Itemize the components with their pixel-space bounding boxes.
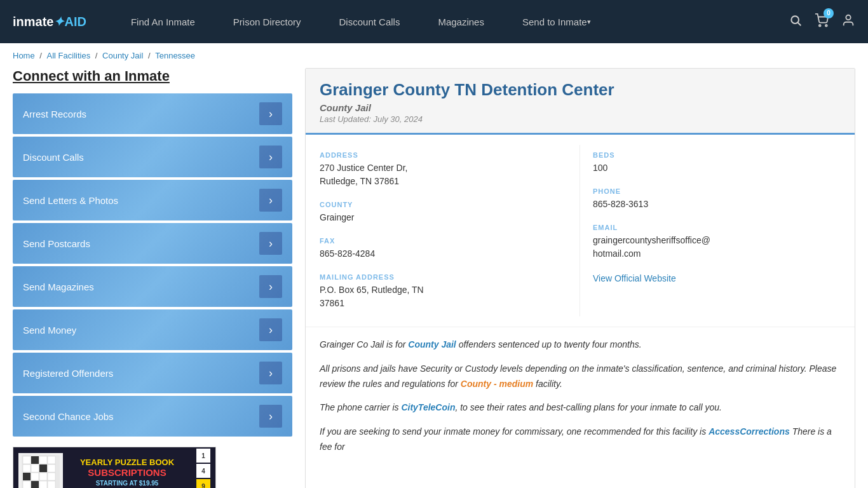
ad-right-numbers: 1 4 9 5 bbox=[196, 449, 210, 488]
arrow-icon: › bbox=[259, 232, 282, 255]
address-value: 270 Justice Center Dr,Rutledge, TN 37861 bbox=[320, 161, 573, 188]
sidebar-item-discount-calls[interactable]: Discount Calls › bbox=[13, 137, 292, 177]
user-icon[interactable] bbox=[841, 13, 855, 30]
svg-point-4 bbox=[846, 15, 850, 19]
svg-rect-10 bbox=[23, 464, 31, 472]
cart-badge: 0 bbox=[824, 8, 834, 18]
breadcrumb: Home / All Facilities / County Jail / Te… bbox=[0, 43, 868, 68]
desc-paragraph-4: If you are seeking to send your inmate m… bbox=[320, 424, 841, 455]
county-jail-link[interactable]: County Jail bbox=[408, 339, 456, 349]
svg-rect-11 bbox=[31, 464, 39, 472]
email-block: EMAIL graingercountysheriffsoffice@hotma… bbox=[593, 217, 841, 267]
arrow-icon: › bbox=[259, 362, 282, 384]
arrow-icon: › bbox=[259, 318, 282, 341]
sidebar-item-send-postcards[interactable]: Send Postcards › bbox=[13, 223, 292, 264]
phone-block: PHONE 865-828-3613 bbox=[593, 181, 841, 217]
arrow-icon: › bbox=[259, 405, 282, 428]
arrow-icon: › bbox=[259, 146, 282, 168]
cart-icon[interactable]: 0 bbox=[815, 13, 829, 30]
facility-title: Grainger County TN Detention Center bbox=[320, 80, 841, 100]
svg-rect-7 bbox=[31, 456, 39, 464]
phone-value: 865-828-3613 bbox=[593, 198, 834, 211]
sidebar-item-send-money[interactable]: Send Money › bbox=[13, 309, 292, 350]
address-block: ADDRESS 270 Justice Center Dr,Rutledge, … bbox=[320, 145, 580, 194]
svg-rect-6 bbox=[23, 456, 31, 464]
sidebar: Connect with an Inmate Arrest Records › … bbox=[13, 68, 292, 488]
ad-subtitle: STARTING AT $19.95 bbox=[63, 480, 191, 487]
county-block: COUNTY Grainger bbox=[320, 194, 580, 231]
svg-point-0 bbox=[791, 16, 799, 24]
facility-updated: Last Updated: July 30, 2024 bbox=[320, 114, 841, 124]
county-value: Grainger bbox=[320, 211, 573, 224]
sidebar-title: Connect with an Inmate bbox=[13, 68, 292, 85]
nav-find-inmate[interactable]: Find An Inmate bbox=[112, 0, 214, 43]
svg-rect-14 bbox=[23, 473, 31, 480]
breadcrumb-county-jail[interactable]: County Jail bbox=[102, 51, 143, 60]
puzzle-icon: 4 bbox=[18, 453, 63, 488]
svg-line-1 bbox=[798, 22, 801, 25]
sidebar-item-send-letters[interactable]: Send Letters & Photos › bbox=[13, 180, 292, 220]
sidebar-item-second-chance-jobs[interactable]: Second Chance Jobs › bbox=[13, 396, 292, 437]
svg-rect-17 bbox=[48, 473, 55, 480]
mailing-block: MAILING ADDRESS P.O. Box 65, Rutledge, T… bbox=[320, 267, 580, 316]
main-layout: Connect with an Inmate Arrest Records › … bbox=[0, 68, 868, 488]
arrow-icon: › bbox=[259, 275, 282, 298]
nav-discount-calls[interactable]: Discount Calls bbox=[320, 0, 419, 43]
sidebar-item-registered-offenders[interactable]: Registered Offenders › bbox=[13, 353, 292, 393]
breadcrumb-home[interactable]: Home bbox=[13, 51, 35, 60]
breadcrumb-all-facilities[interactable]: All Facilities bbox=[47, 51, 91, 60]
mailing-value: P.O. Box 65, Rutledge, TN37861 bbox=[320, 283, 573, 310]
fax-value: 865-828-4284 bbox=[320, 247, 573, 261]
svg-rect-16 bbox=[39, 473, 47, 480]
website-block: View Official Website bbox=[593, 267, 841, 290]
fax-block: FAX 865-828-4284 bbox=[320, 231, 580, 267]
header: inmate✦AID Find An Inmate Prison Directo… bbox=[0, 0, 868, 43]
beds-block: BEDS 100 bbox=[593, 145, 841, 181]
desc-paragraph-2: All prisons and jails have Security or C… bbox=[320, 362, 841, 392]
svg-rect-20 bbox=[39, 481, 47, 489]
svg-rect-18 bbox=[23, 481, 31, 489]
svg-rect-8 bbox=[39, 456, 47, 464]
svg-rect-12 bbox=[39, 464, 47, 472]
nav-magazines[interactable]: Magazines bbox=[419, 0, 503, 43]
county-medium-link[interactable]: County - medium bbox=[461, 379, 533, 389]
citytelecoin-link[interactable]: CityTeleCoin bbox=[401, 402, 455, 412]
breadcrumb-tennessee[interactable]: Tennessee bbox=[155, 51, 195, 60]
svg-rect-13 bbox=[48, 464, 55, 472]
search-icon[interactable] bbox=[789, 14, 802, 30]
ad-banner[interactable]: 4 YEARLY PUZZLE BOOK SUBSCRIPTIONS START… bbox=[13, 447, 216, 488]
header-icons: 0 bbox=[789, 13, 855, 30]
svg-rect-21 bbox=[48, 481, 55, 489]
beds-value: 100 bbox=[593, 161, 834, 175]
nav-prison-directory[interactable]: Prison Directory bbox=[214, 0, 320, 43]
facility-header: Grainger County TN Detention Center Coun… bbox=[306, 69, 855, 135]
main-nav: Find An Inmate Prison Directory Discount… bbox=[112, 0, 789, 43]
content-area: Grainger County TN Detention Center Coun… bbox=[305, 68, 855, 488]
arrow-icon: › bbox=[259, 189, 282, 212]
svg-rect-15 bbox=[31, 473, 39, 480]
logo[interactable]: inmate✦AID bbox=[13, 14, 86, 29]
sidebar-item-arrest-records[interactable]: Arrest Records › bbox=[13, 93, 292, 134]
facility-description: Grainger Co Jail is for County Jail offe… bbox=[306, 327, 855, 465]
nav-send-to-inmate[interactable]: Send to Inmate bbox=[503, 0, 610, 43]
svg-rect-19 bbox=[31, 481, 39, 489]
accesscorrections-link[interactable]: AccessCorrections bbox=[709, 426, 790, 437]
ad-title: YEARLY PUZZLE BOOK SUBSCRIPTIONS bbox=[63, 458, 191, 479]
email-value: graingercountysheriffsoffice@hotmail.com bbox=[593, 234, 834, 261]
svg-point-3 bbox=[825, 24, 827, 26]
arrow-icon: › bbox=[259, 102, 282, 125]
facility-type: County Jail bbox=[320, 102, 841, 113]
desc-paragraph-1: Grainger Co Jail is for County Jail offe… bbox=[320, 337, 841, 353]
svg-point-2 bbox=[819, 24, 821, 26]
desc-paragraph-3: The phone carrier is CityTeleCoin, to se… bbox=[320, 400, 841, 416]
svg-rect-9 bbox=[48, 456, 55, 464]
facility-info: ADDRESS 270 Justice Center Dr,Rutledge, … bbox=[306, 135, 855, 327]
sidebar-item-send-magazines[interactable]: Send Magazines › bbox=[13, 266, 292, 307]
sidebar-menu: Arrest Records › Discount Calls › Send L… bbox=[13, 93, 292, 437]
website-link[interactable]: View Official Website bbox=[593, 273, 676, 283]
